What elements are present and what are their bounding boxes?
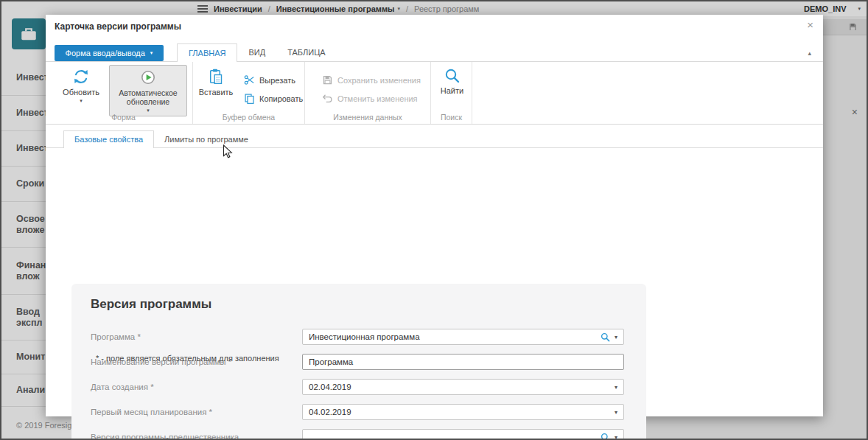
close-icon[interactable]: × [807, 18, 813, 31]
creation-date-picker[interactable]: 02.04.2019 ▾ [302, 379, 624, 395]
first-month-value: 04.02.2019 [303, 408, 610, 416]
auto-refresh-label: Автоматическое обновление [111, 88, 185, 106]
chevron-down-icon[interactable]: ▾ [610, 409, 623, 416]
chevron-down-icon[interactable]: ▾ [80, 99, 83, 103]
tab-program-limits[interactable]: Лимиты по программе [154, 131, 259, 147]
predecessor-lookup[interactable]: ▾ [302, 429, 624, 440]
cut-button[interactable]: Вырезать [240, 71, 307, 89]
chevron-down-icon: ▾ [150, 50, 153, 56]
chevron-down-icon[interactable]: ▾ [610, 334, 623, 341]
auto-refresh-icon [139, 69, 157, 86]
save-changes-button[interactable]: Сохранить изменения [318, 71, 424, 89]
search-icon[interactable] [601, 332, 610, 342]
ribbon-toolbar: Обновить ▾ Автоматическое обновление ▾ Ф… [46, 62, 823, 125]
page-tabs: Базовые свойства Лимиты по программе [46, 131, 823, 148]
search-icon [444, 68, 461, 84]
chevron-down-icon[interactable]: ▾ [610, 434, 623, 440]
group-label-clipboard: Буфер обмена [193, 113, 304, 122]
program-lookup[interactable]: Инвестиционная программа ▾ [302, 329, 624, 345]
modal-title: Карточка версии программы [55, 21, 181, 32]
ribbon-tab-row: Форма ввода/вывода ▾ ГЛАВНАЯ ВИД ТАБЛИЦА… [46, 44, 823, 62]
ribbon-collapse-icon[interactable]: ▴ [808, 49, 811, 57]
form-row: Программа * Инвестиционная программа ▾ [71, 329, 646, 345]
find-label: Найти [441, 86, 463, 95]
copy-button[interactable]: Копировать [240, 89, 307, 108]
program-value: Инвестиционная программа [303, 332, 601, 341]
find-button[interactable]: Найти [437, 65, 467, 98]
field-label-first-month: Первый месяц планирования * [91, 404, 297, 420]
cut-label: Вырезать [259, 76, 295, 85]
ribbon-group-clipboard: Вставить Вырезать [193, 62, 305, 124]
required-footnote: * - поле является обязательным для запол… [96, 354, 279, 363]
form-row: Первый месяц планирования * 04.02.2019 ▾ [71, 404, 646, 420]
copy-label: Копировать [259, 94, 303, 103]
search-icon[interactable] [601, 433, 610, 440]
form-io-menu-label: Форма ввода/вывода [66, 49, 145, 57]
field-label-creation-date: Дата создания * [91, 379, 297, 395]
form-heading: Версия программы [91, 297, 211, 312]
changes-small-buttons: Сохранить изменения Отменить изменения [318, 71, 424, 108]
copy-icon [244, 93, 255, 104]
modal-program-version-card: Карточка версии программы × Форма ввода/… [46, 15, 823, 416]
refresh-button[interactable]: Обновить ▾ [59, 65, 103, 106]
ribbon-tab-view[interactable]: ВИД [237, 44, 276, 61]
creation-date-value: 02.04.2019 [303, 383, 610, 391]
paste-icon [207, 68, 225, 85]
version-name-input[interactable] [302, 354, 624, 370]
screen: Инвестиции / Инвестиционные программы ▾ … [0, 0, 868, 440]
ribbon-group-search: Найти Поиск [431, 62, 472, 124]
clipboard-small-buttons: Вырезать Копировать [240, 71, 307, 108]
paste-label: Вставить [199, 88, 234, 97]
ribbon-group-changes: Сохранить изменения Отменить изменения И… [305, 62, 431, 124]
ribbon-group-form: Обновить ▾ Автоматическое обновление ▾ Ф… [55, 62, 193, 124]
auto-refresh-button[interactable]: Автоматическое обновление ▾ [109, 65, 187, 116]
group-label-search: Поиск [431, 113, 472, 122]
save-changes-label: Сохранить изменения [337, 76, 421, 85]
first-month-picker[interactable]: 04.02.2019 ▾ [302, 404, 624, 420]
form-io-menu-button[interactable]: Форма ввода/вывода ▾ [55, 45, 164, 61]
form-row: Версия программы-предшественника ▾ [71, 429, 646, 440]
ribbon-tabs: ГЛАВНАЯ ВИД ТАБЛИЦА [177, 43, 337, 61]
undo-changes-button[interactable]: Отменить изменения [318, 89, 424, 108]
chevron-down-icon[interactable]: ▾ [610, 384, 623, 391]
group-label-changes: Изменения данных [305, 113, 430, 122]
refresh-label: Обновить [63, 88, 99, 97]
group-label-form: Форма [55, 113, 192, 122]
paste-button[interactable]: Вставить [197, 65, 234, 99]
tab-basic-properties[interactable]: Базовые свойства [63, 130, 154, 148]
undo-icon [322, 93, 333, 104]
field-label-program: Программа * [91, 329, 297, 345]
ribbon-tab-main[interactable]: ГЛАВНАЯ [177, 43, 237, 62]
undo-changes-label: Отменить изменения [337, 94, 418, 103]
save-icon [322, 74, 333, 85]
scissors-icon [244, 74, 255, 85]
field-label-predecessor: Версия программы-предшественника [91, 429, 297, 440]
form-row: Дата создания * 02.04.2019 ▾ [71, 379, 646, 395]
modal-content: Версия программы Программа * Инвестицион… [46, 148, 823, 416]
refresh-icon [72, 68, 90, 85]
ribbon-tab-table[interactable]: ТАБЛИЦА [276, 44, 337, 61]
